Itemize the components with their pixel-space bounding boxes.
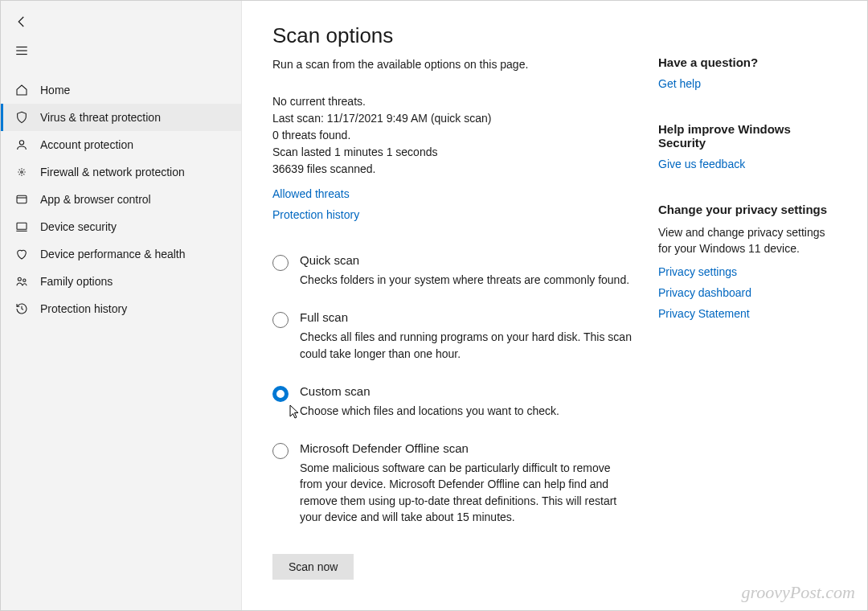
sidebar: Home Virus & threat protection Account p… <box>1 1 242 610</box>
sidebar-item-family[interactable]: Family options <box>1 268 241 295</box>
option-label: Quick scan <box>300 253 636 267</box>
sidebar-item-label: Protection history <box>40 302 127 315</box>
scan-status: No current threats. Last scan: 11/17/202… <box>272 93 636 178</box>
radio-icon <box>272 255 289 271</box>
privacy-statement-link[interactable]: Privacy Statement <box>658 307 835 320</box>
scan-now-button[interactable]: Scan now <box>272 554 354 580</box>
status-line: Last scan: 11/17/2021 9:49 AM (quick sca… <box>272 110 636 127</box>
option-label: Custom scan <box>300 384 636 398</box>
svg-point-10 <box>23 279 26 281</box>
feedback-link[interactable]: Give us feedback <box>658 158 835 170</box>
sidebar-item-label: Family options <box>40 275 113 288</box>
heart-icon <box>14 248 29 260</box>
option-description: Choose which files and locations you wan… <box>300 403 636 419</box>
sidebar-item-label: Device security <box>40 220 117 233</box>
scan-options-group: Quick scan Checks folders in your system… <box>272 253 636 525</box>
sidebar-item-label: Virus & threat protection <box>40 111 161 124</box>
sidebar-item-label: Home <box>40 84 70 96</box>
page-title: Scan options <box>272 23 636 48</box>
sidebar-item-label: App & browser control <box>40 193 151 206</box>
allowed-threats-link[interactable]: Allowed threats <box>272 187 350 200</box>
status-line: 36639 files scanned. <box>272 161 636 178</box>
privacy-dashboard-link[interactable]: Privacy dashboard <box>658 286 835 299</box>
radio-option-custom-scan[interactable]: Custom scan Choose which files and locat… <box>272 384 636 419</box>
option-description: Some malicious software can be particula… <box>300 460 636 525</box>
device-security-icon <box>14 220 29 233</box>
sidebar-item-label: Device performance & health <box>40 248 186 260</box>
svg-point-4 <box>21 171 23 174</box>
sidebar-item-home[interactable]: Home <box>1 76 241 104</box>
privacy-settings-link[interactable]: Privacy settings <box>658 265 835 278</box>
radio-option-offline-scan[interactable]: Microsoft Defender Offline scan Some mal… <box>272 441 636 525</box>
svg-point-9 <box>18 277 21 281</box>
privacy-heading: Change your privacy settings <box>658 203 835 216</box>
back-button[interactable] <box>12 12 31 31</box>
svg-rect-5 <box>17 195 27 203</box>
hamburger-menu-button[interactable] <box>12 41 31 60</box>
sidebar-item-account[interactable]: Account protection <box>1 131 241 158</box>
protection-history-link[interactable]: Protection history <box>272 208 636 221</box>
home-icon <box>14 84 29 96</box>
option-description: Checks all files and running programs on… <box>300 329 636 362</box>
account-icon <box>14 138 29 151</box>
question-heading: Have a question? <box>658 55 835 69</box>
svg-rect-7 <box>17 223 27 229</box>
firewall-icon <box>14 166 29 178</box>
get-help-link[interactable]: Get help <box>658 77 835 90</box>
sidebar-nav: Home Virus & threat protection Account p… <box>1 72 241 322</box>
sidebar-item-device-security[interactable]: Device security <box>1 213 241 240</box>
sidebar-item-firewall[interactable]: Firewall & network protection <box>1 158 241 186</box>
page-subtitle: Run a scan from the available options on… <box>272 58 636 71</box>
status-line: Scan lasted 1 minutes 1 seconds <box>272 144 636 161</box>
app-browser-icon <box>14 193 29 206</box>
shield-icon <box>14 111 29 124</box>
status-line: 0 threats found. <box>272 127 636 144</box>
svg-point-3 <box>19 141 23 145</box>
radio-option-full-scan[interactable]: Full scan Checks all files and running p… <box>272 310 636 362</box>
option-description: Checks folders in your system where thre… <box>300 272 636 288</box>
right-sidebar: Have a question? Get help Help improve W… <box>658 23 835 591</box>
radio-option-quick-scan[interactable]: Quick scan Checks folders in your system… <box>272 253 636 288</box>
radio-icon <box>272 312 289 328</box>
radio-icon <box>272 386 289 402</box>
sidebar-item-label: Firewall & network protection <box>40 166 185 178</box>
privacy-description: View and change privacy settings for you… <box>658 224 835 257</box>
option-label: Microsoft Defender Offline scan <box>300 441 636 455</box>
sidebar-item-label: Account protection <box>40 138 133 151</box>
sidebar-item-protection-history[interactable]: Protection history <box>1 295 241 322</box>
option-label: Full scan <box>300 310 636 324</box>
sidebar-item-app-browser[interactable]: App & browser control <box>1 186 241 213</box>
history-icon <box>14 302 29 315</box>
sidebar-item-virus-threat[interactable]: Virus & threat protection <box>1 104 241 131</box>
radio-icon <box>272 443 289 459</box>
sidebar-item-device-performance[interactable]: Device performance & health <box>1 240 241 268</box>
main-content: Scan options Run a scan from the availab… <box>242 1 867 610</box>
status-line: No current threats. <box>272 93 636 110</box>
improve-heading: Help improve Windows Security <box>658 122 835 150</box>
family-icon <box>14 275 29 288</box>
